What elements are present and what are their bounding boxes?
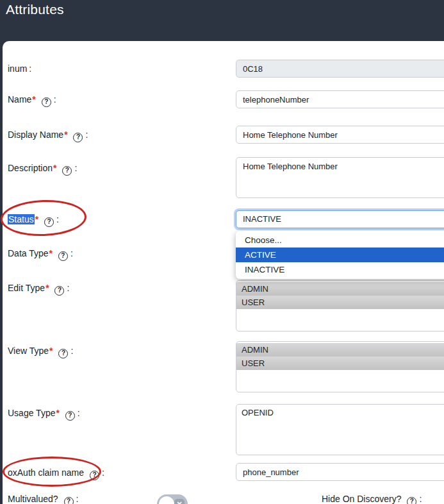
- hide-on-discovery-label: Hide On Discovery? ?:: [322, 492, 422, 504]
- usage-type-colon: :: [78, 408, 80, 418]
- multivalued-label: Multivalued? ?:: [8, 492, 78, 504]
- display-name-label: Display Name* ?:: [8, 128, 88, 142]
- view-type-label-text: View Type: [8, 346, 49, 356]
- edit-type-help-icon[interactable]: ?: [54, 286, 64, 296]
- status-select[interactable]: INACTIVE: [236, 210, 444, 228]
- edit-type-option-admin[interactable]: ADMIN: [236, 282, 444, 296]
- multivalued-toggle-off-icon: ✕: [174, 499, 185, 504]
- usage-type-option-openid[interactable]: OPENID: [236, 406, 444, 419]
- description-colon: :: [74, 163, 77, 173]
- edit-type-label: Edit Type* ?:: [8, 281, 69, 296]
- multivalued-toggle-knob: [159, 496, 174, 504]
- description-label: Description* ?:: [8, 162, 77, 176]
- view-type-multiselect[interactable]: ADMIN USER: [236, 341, 444, 392]
- status-label: Status* ?:: [8, 213, 59, 227]
- inum-colon: :: [29, 63, 31, 74]
- display-name-label-text: Display Name: [8, 130, 63, 140]
- data-type-required-asterisk: *: [49, 248, 53, 258]
- view-type-required-asterisk: *: [49, 346, 53, 356]
- multivalued-colon: :: [76, 494, 79, 504]
- data-type-label: Data Type* ?:: [8, 247, 73, 261]
- display-name-help-icon[interactable]: ?: [73, 133, 83, 142]
- name-label: Name* ?:: [8, 93, 56, 107]
- usage-type-label-text: Usage Type: [8, 408, 55, 418]
- usage-type-help-icon[interactable]: ?: [65, 411, 75, 421]
- hide-on-discovery-help-icon[interactable]: ?: [407, 497, 416, 504]
- name-input[interactable]: [236, 90, 444, 108]
- edit-type-label-text: Edit Type: [8, 283, 45, 293]
- status-help-icon[interactable]: ?: [44, 217, 54, 227]
- data-type-help-icon[interactable]: ?: [58, 251, 68, 261]
- oxauth-claim-name-label: oxAuth claim name ?:: [8, 466, 104, 480]
- multivalued-toggle[interactable]: ✕: [157, 494, 188, 504]
- usage-type-label: Usage Type* ?:: [8, 407, 80, 421]
- view-type-option-user[interactable]: USER: [236, 357, 444, 370]
- display-name-colon: :: [85, 130, 88, 140]
- multivalued-label-text: Multivalued?: [8, 494, 58, 504]
- view-type-label: View Type* ?:: [8, 344, 73, 358]
- name-label-text: Name: [8, 94, 31, 105]
- hide-on-discovery-colon: :: [419, 494, 422, 504]
- inum-label: inum:: [8, 62, 31, 75]
- edit-type-required-asterisk: *: [45, 283, 49, 293]
- description-textarea[interactable]: Home Telephone Number: [236, 157, 444, 198]
- hide-on-discovery-label-text: Hide On Discovery?: [322, 494, 402, 504]
- usage-type-required-asterisk: *: [56, 408, 59, 418]
- status-option-inactive[interactable]: INACTIVE: [236, 262, 444, 277]
- status-required-asterisk: *: [35, 214, 38, 224]
- view-type-help-icon[interactable]: ?: [58, 349, 68, 358]
- oxauth-claim-name-input[interactable]: [236, 463, 444, 481]
- oxauth-claim-name-label-text: oxAuth claim name: [8, 467, 84, 478]
- page-title: Attributes: [6, 2, 64, 17]
- description-label-text: Description: [8, 163, 53, 173]
- data-type-label-text: Data Type: [8, 248, 49, 258]
- description-required-asterisk: *: [53, 163, 56, 173]
- edit-type-option-user[interactable]: USER: [236, 296, 444, 309]
- status-option-choose[interactable]: Choose...: [236, 233, 444, 248]
- status-colon: :: [56, 214, 59, 224]
- name-colon: :: [54, 94, 56, 105]
- name-help-icon[interactable]: ?: [42, 97, 51, 107]
- edit-type-multiselect[interactable]: ADMIN USER: [236, 280, 444, 332]
- name-required-asterisk: *: [32, 94, 35, 105]
- status-option-active[interactable]: ACTIVE: [236, 248, 444, 262]
- display-name-input[interactable]: [236, 126, 444, 144]
- attributes-form-card: inum: Name* ?: Display Name* ?: Descript…: [3, 41, 444, 504]
- status-label-text-selected: Status: [8, 214, 35, 224]
- display-name-required-asterisk: *: [64, 130, 67, 140]
- view-type-colon: :: [70, 346, 73, 356]
- status-dropdown-menu: Choose... ACTIVE INACTIVE: [236, 231, 444, 279]
- oxauth-claim-name-colon: :: [102, 467, 104, 478]
- multivalued-help-icon[interactable]: ?: [64, 497, 74, 504]
- edit-type-colon: :: [67, 283, 69, 293]
- data-type-colon: :: [70, 248, 73, 258]
- view-type-option-admin[interactable]: ADMIN: [236, 343, 444, 357]
- inum-label-text: inum: [8, 63, 27, 74]
- usage-type-multiselect[interactable]: OPENID: [236, 404, 444, 455]
- inum-input[interactable]: [236, 60, 444, 78]
- oxauth-claim-name-help-icon[interactable]: ?: [90, 471, 99, 480]
- description-help-icon[interactable]: ?: [62, 166, 72, 176]
